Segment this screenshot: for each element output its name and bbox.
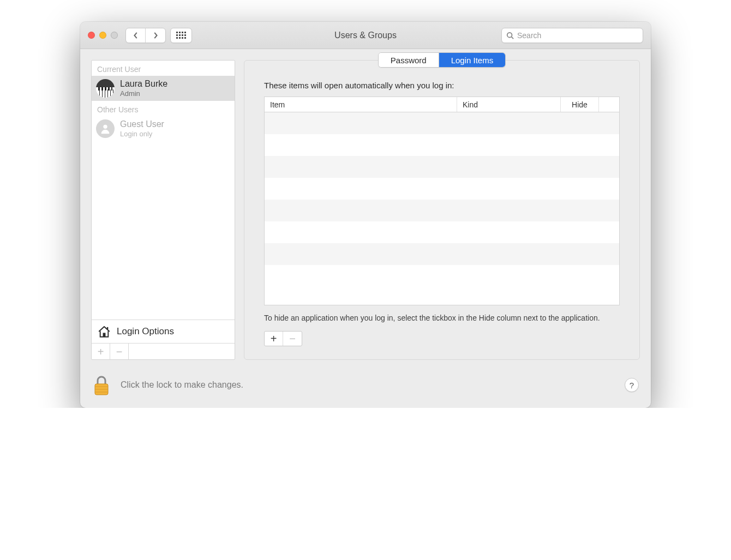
lock-button[interactable]: [92, 374, 111, 396]
minimize-window-button[interactable]: [99, 32, 106, 39]
tab-password[interactable]: Password: [379, 53, 439, 67]
svg-rect-3: [103, 333, 106, 336]
user-role: Admin: [120, 89, 167, 98]
login-options-row[interactable]: Login Options: [92, 320, 235, 343]
column-kind[interactable]: Kind: [457, 97, 560, 112]
svg-point-0: [507, 32, 512, 37]
table-actions: + −: [264, 331, 620, 346]
login-items-table: Item Kind Hide: [264, 97, 620, 305]
main-pane: Password Login Items These items will op…: [244, 60, 640, 360]
remove-user-button[interactable]: −: [110, 344, 129, 359]
sidebar-footer: + −: [92, 343, 235, 359]
remove-login-item-button[interactable]: −: [283, 332, 302, 346]
house-icon: [97, 324, 111, 339]
search-field[interactable]: [501, 28, 643, 43]
user-role: Login only: [120, 130, 164, 138]
table-header: Item Kind Hide: [265, 97, 619, 112]
add-login-item-button[interactable]: +: [265, 332, 283, 346]
svg-rect-4: [107, 327, 108, 329]
table-row: [265, 200, 619, 221]
search-icon: [506, 32, 514, 39]
lock-row: Click the lock to make changes. ?: [80, 371, 651, 408]
current-user-label: Current User: [92, 61, 235, 76]
help-button[interactable]: ?: [625, 378, 639, 392]
search-input[interactable]: [517, 31, 638, 40]
lock-icon: [93, 375, 110, 396]
back-button[interactable]: [126, 28, 146, 43]
current-user-row[interactable]: Laura Burke Admin: [92, 76, 235, 101]
users-sidebar: Current User Laura Burke Admin Other Use…: [91, 60, 235, 360]
other-users-label: Other Users: [92, 101, 235, 116]
search-wrap: [501, 28, 643, 43]
nav-back-forward: [125, 28, 166, 43]
user-name: Guest User: [120, 119, 164, 129]
column-hide[interactable]: Hide: [560, 97, 598, 112]
login-options-label: Login Options: [117, 326, 174, 337]
lock-text: Click the lock to make changes.: [121, 380, 243, 390]
login-items-description: These items will open automatically when…: [264, 81, 620, 90]
add-user-button[interactable]: +: [92, 344, 110, 359]
table-body[interactable]: [265, 112, 619, 305]
user-name: Laura Burke: [120, 79, 167, 89]
svg-point-2: [103, 125, 107, 129]
avatar-icon: [96, 79, 115, 98]
grid-icon: [176, 32, 186, 39]
table-row: [265, 243, 619, 265]
table-row: [265, 156, 619, 178]
show-all-button[interactable]: [170, 28, 192, 43]
table-row: [265, 112, 619, 134]
preferences-window: Users & Groups Current User Laura Burke …: [80, 22, 651, 408]
hide-hint: To hide an application when you log in, …: [264, 313, 620, 323]
titlebar: Users & Groups: [80, 22, 651, 49]
guest-user-row[interactable]: Guest User Login only: [92, 116, 235, 141]
column-spacer: [598, 97, 619, 112]
table-row: [265, 178, 619, 200]
svg-line-1: [512, 37, 514, 39]
traffic-lights: [88, 32, 118, 39]
body: Current User Laura Burke Admin Other Use…: [80, 49, 651, 371]
tab-login-items[interactable]: Login Items: [439, 53, 506, 67]
guest-avatar-icon: [96, 119, 115, 138]
tabs: Password Login Items: [378, 52, 506, 68]
forward-button[interactable]: [146, 28, 165, 43]
close-window-button[interactable]: [88, 32, 95, 39]
column-item[interactable]: Item: [265, 97, 457, 112]
zoom-window-button: [111, 32, 118, 39]
table-row: [265, 221, 619, 243]
table-row: [265, 134, 619, 156]
